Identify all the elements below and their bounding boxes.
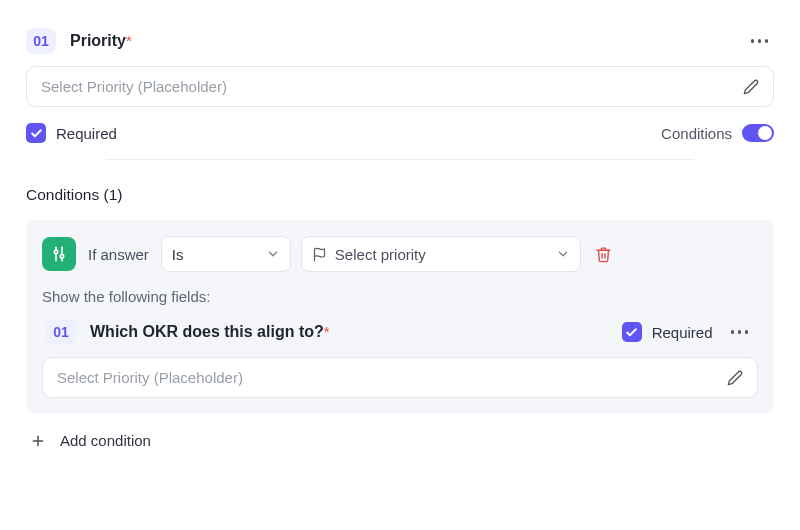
conditions-container: If answer Is Select priority bbox=[26, 220, 774, 414]
field-menu-button[interactable] bbox=[745, 33, 775, 49]
if-answer-label: If answer bbox=[88, 246, 149, 263]
condition-value-placeholder: Select priority bbox=[335, 246, 426, 263]
condition-icon bbox=[42, 237, 76, 271]
conditions-toggle[interactable] bbox=[742, 124, 774, 142]
edit-icon[interactable] bbox=[743, 79, 759, 95]
svg-point-1 bbox=[54, 250, 57, 253]
svg-point-3 bbox=[60, 255, 63, 258]
chevron-down-icon bbox=[266, 247, 280, 261]
child-required-checkbox[interactable] bbox=[622, 322, 642, 342]
child-field-menu-button[interactable] bbox=[725, 324, 755, 340]
child-required-checkbox-row[interactable]: Required bbox=[622, 322, 713, 342]
priority-placeholder: Select Priority (Placeholder) bbox=[41, 78, 227, 95]
field-number-badge: 01 bbox=[26, 28, 56, 54]
add-condition-label: Add condition bbox=[60, 432, 151, 449]
flag-icon bbox=[312, 247, 327, 262]
add-condition-button[interactable]: Add condition bbox=[26, 414, 774, 449]
field-title: Priority* bbox=[70, 32, 132, 50]
required-asterisk: * bbox=[126, 32, 132, 49]
conditions-section-title: Conditions (1) bbox=[26, 186, 774, 204]
operator-value: Is bbox=[172, 246, 184, 263]
required-checkbox[interactable] bbox=[26, 123, 46, 143]
child-field-number-badge: 01 bbox=[46, 319, 76, 345]
delete-condition-button[interactable] bbox=[595, 246, 612, 263]
child-priority-placeholder: Select Priority (Placeholder) bbox=[57, 369, 243, 386]
conditions-toggle-label: Conditions bbox=[661, 125, 732, 142]
chevron-down-icon bbox=[556, 247, 570, 261]
child-field-title: Which OKR does this align to?* bbox=[90, 323, 330, 341]
child-priority-select-input[interactable]: Select Priority (Placeholder) bbox=[42, 357, 758, 398]
plus-icon bbox=[30, 433, 46, 449]
divider bbox=[106, 159, 694, 160]
required-asterisk: * bbox=[324, 323, 330, 340]
priority-select-input[interactable]: Select Priority (Placeholder) bbox=[26, 66, 774, 107]
child-required-label: Required bbox=[652, 324, 713, 341]
required-checkbox-row[interactable]: Required bbox=[26, 123, 117, 143]
child-field-title-text: Which OKR does this align to? bbox=[90, 323, 324, 340]
required-label: Required bbox=[56, 125, 117, 142]
field-title-text: Priority bbox=[70, 32, 126, 49]
edit-icon[interactable] bbox=[727, 370, 743, 386]
operator-select[interactable]: Is bbox=[161, 236, 291, 272]
show-fields-label: Show the following fields: bbox=[42, 288, 758, 305]
condition-value-select[interactable]: Select priority bbox=[301, 236, 581, 272]
